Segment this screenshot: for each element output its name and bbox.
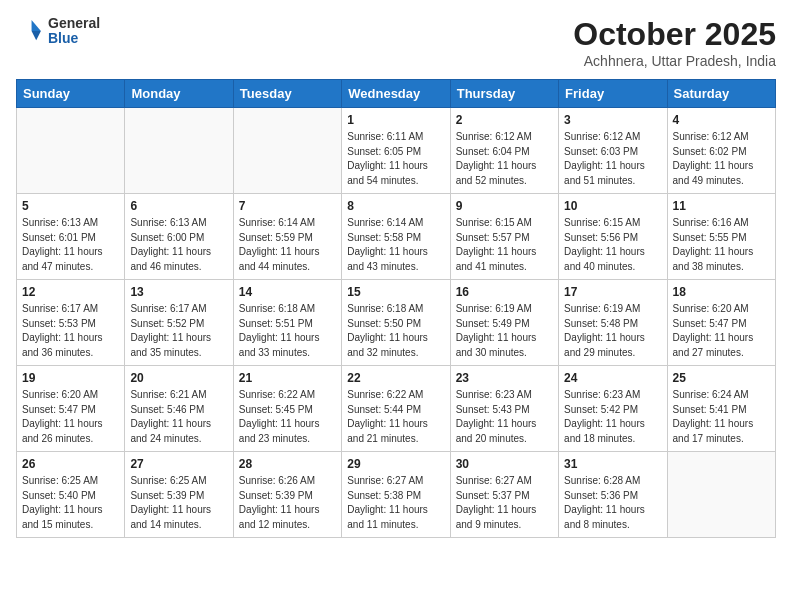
day-info: Sunrise: 6:18 AM Sunset: 5:50 PM Dayligh… [347,302,444,360]
day-number: 31 [564,457,661,471]
calendar-cell: 8Sunrise: 6:14 AM Sunset: 5:58 PM Daylig… [342,194,450,280]
calendar-cell: 2Sunrise: 6:12 AM Sunset: 6:04 PM Daylig… [450,108,558,194]
day-info: Sunrise: 6:27 AM Sunset: 5:37 PM Dayligh… [456,474,553,532]
day-number: 14 [239,285,336,299]
calendar-week-2: 12Sunrise: 6:17 AM Sunset: 5:53 PM Dayli… [17,280,776,366]
calendar-cell: 4Sunrise: 6:12 AM Sunset: 6:02 PM Daylig… [667,108,775,194]
day-info: Sunrise: 6:26 AM Sunset: 5:39 PM Dayligh… [239,474,336,532]
day-number: 10 [564,199,661,213]
day-info: Sunrise: 6:22 AM Sunset: 5:44 PM Dayligh… [347,388,444,446]
day-info: Sunrise: 6:16 AM Sunset: 5:55 PM Dayligh… [673,216,770,274]
calendar-cell: 18Sunrise: 6:20 AM Sunset: 5:47 PM Dayli… [667,280,775,366]
day-number: 12 [22,285,119,299]
calendar-week-4: 26Sunrise: 6:25 AM Sunset: 5:40 PM Dayli… [17,452,776,538]
svg-marker-0 [32,21,41,32]
day-info: Sunrise: 6:15 AM Sunset: 5:56 PM Dayligh… [564,216,661,274]
calendar-cell: 17Sunrise: 6:19 AM Sunset: 5:48 PM Dayli… [559,280,667,366]
calendar-cell [125,108,233,194]
day-number: 17 [564,285,661,299]
day-number: 3 [564,113,661,127]
day-number: 1 [347,113,444,127]
logo: General Blue [16,16,100,47]
weekday-header-tuesday: Tuesday [233,80,341,108]
calendar-cell: 20Sunrise: 6:21 AM Sunset: 5:46 PM Dayli… [125,366,233,452]
day-info: Sunrise: 6:12 AM Sunset: 6:04 PM Dayligh… [456,130,553,188]
calendar-cell [667,452,775,538]
day-info: Sunrise: 6:23 AM Sunset: 5:42 PM Dayligh… [564,388,661,446]
day-number: 23 [456,371,553,385]
calendar-cell: 1Sunrise: 6:11 AM Sunset: 6:05 PM Daylig… [342,108,450,194]
day-number: 20 [130,371,227,385]
calendar-cell: 14Sunrise: 6:18 AM Sunset: 5:51 PM Dayli… [233,280,341,366]
day-info: Sunrise: 6:28 AM Sunset: 5:36 PM Dayligh… [564,474,661,532]
logo-general: General [48,16,100,31]
calendar-cell: 11Sunrise: 6:16 AM Sunset: 5:55 PM Dayli… [667,194,775,280]
title-area: October 2025 Achhnera, Uttar Pradesh, In… [573,16,776,69]
calendar-cell: 6Sunrise: 6:13 AM Sunset: 6:00 PM Daylig… [125,194,233,280]
calendar-cell: 31Sunrise: 6:28 AM Sunset: 5:36 PM Dayli… [559,452,667,538]
calendar-cell: 21Sunrise: 6:22 AM Sunset: 5:45 PM Dayli… [233,366,341,452]
day-info: Sunrise: 6:21 AM Sunset: 5:46 PM Dayligh… [130,388,227,446]
day-info: Sunrise: 6:24 AM Sunset: 5:41 PM Dayligh… [673,388,770,446]
weekday-header-monday: Monday [125,80,233,108]
logo-text: General Blue [48,16,100,47]
day-info: Sunrise: 6:13 AM Sunset: 6:01 PM Dayligh… [22,216,119,274]
day-info: Sunrise: 6:23 AM Sunset: 5:43 PM Dayligh… [456,388,553,446]
weekday-header-row: SundayMondayTuesdayWednesdayThursdayFrid… [17,80,776,108]
calendar-cell: 5Sunrise: 6:13 AM Sunset: 6:01 PM Daylig… [17,194,125,280]
day-info: Sunrise: 6:25 AM Sunset: 5:40 PM Dayligh… [22,474,119,532]
calendar-cell: 15Sunrise: 6:18 AM Sunset: 5:50 PM Dayli… [342,280,450,366]
day-number: 26 [22,457,119,471]
calendar-cell: 22Sunrise: 6:22 AM Sunset: 5:44 PM Dayli… [342,366,450,452]
day-number: 18 [673,285,770,299]
weekday-header-thursday: Thursday [450,80,558,108]
day-number: 25 [673,371,770,385]
day-number: 2 [456,113,553,127]
day-number: 8 [347,199,444,213]
logo-icon [16,17,44,45]
day-number: 22 [347,371,444,385]
calendar-cell: 10Sunrise: 6:15 AM Sunset: 5:56 PM Dayli… [559,194,667,280]
day-number: 7 [239,199,336,213]
calendar-cell: 28Sunrise: 6:26 AM Sunset: 5:39 PM Dayli… [233,452,341,538]
calendar-table: SundayMondayTuesdayWednesdayThursdayFrid… [16,79,776,538]
page-header: General Blue October 2025 Achhnera, Utta… [16,16,776,69]
day-info: Sunrise: 6:14 AM Sunset: 5:58 PM Dayligh… [347,216,444,274]
calendar-week-1: 5Sunrise: 6:13 AM Sunset: 6:01 PM Daylig… [17,194,776,280]
day-number: 6 [130,199,227,213]
month-title: October 2025 [573,16,776,53]
day-info: Sunrise: 6:12 AM Sunset: 6:02 PM Dayligh… [673,130,770,188]
day-number: 15 [347,285,444,299]
calendar-cell [233,108,341,194]
day-number: 4 [673,113,770,127]
calendar-cell: 9Sunrise: 6:15 AM Sunset: 5:57 PM Daylig… [450,194,558,280]
calendar-cell: 19Sunrise: 6:20 AM Sunset: 5:47 PM Dayli… [17,366,125,452]
day-info: Sunrise: 6:12 AM Sunset: 6:03 PM Dayligh… [564,130,661,188]
day-info: Sunrise: 6:25 AM Sunset: 5:39 PM Dayligh… [130,474,227,532]
calendar-week-3: 19Sunrise: 6:20 AM Sunset: 5:47 PM Dayli… [17,366,776,452]
day-number: 9 [456,199,553,213]
calendar-cell: 12Sunrise: 6:17 AM Sunset: 5:53 PM Dayli… [17,280,125,366]
logo-blue: Blue [48,31,100,46]
day-info: Sunrise: 6:22 AM Sunset: 5:45 PM Dayligh… [239,388,336,446]
day-info: Sunrise: 6:27 AM Sunset: 5:38 PM Dayligh… [347,474,444,532]
day-number: 27 [130,457,227,471]
day-info: Sunrise: 6:13 AM Sunset: 6:00 PM Dayligh… [130,216,227,274]
calendar-cell: 3Sunrise: 6:12 AM Sunset: 6:03 PM Daylig… [559,108,667,194]
day-info: Sunrise: 6:19 AM Sunset: 5:48 PM Dayligh… [564,302,661,360]
calendar-cell: 27Sunrise: 6:25 AM Sunset: 5:39 PM Dayli… [125,452,233,538]
calendar-cell: 24Sunrise: 6:23 AM Sunset: 5:42 PM Dayli… [559,366,667,452]
day-info: Sunrise: 6:20 AM Sunset: 5:47 PM Dayligh… [22,388,119,446]
calendar-cell: 16Sunrise: 6:19 AM Sunset: 5:49 PM Dayli… [450,280,558,366]
calendar-cell: 7Sunrise: 6:14 AM Sunset: 5:59 PM Daylig… [233,194,341,280]
calendar-cell [17,108,125,194]
day-number: 30 [456,457,553,471]
day-number: 29 [347,457,444,471]
day-number: 28 [239,457,336,471]
day-info: Sunrise: 6:18 AM Sunset: 5:51 PM Dayligh… [239,302,336,360]
day-number: 5 [22,199,119,213]
day-number: 16 [456,285,553,299]
day-number: 24 [564,371,661,385]
day-number: 11 [673,199,770,213]
day-number: 19 [22,371,119,385]
